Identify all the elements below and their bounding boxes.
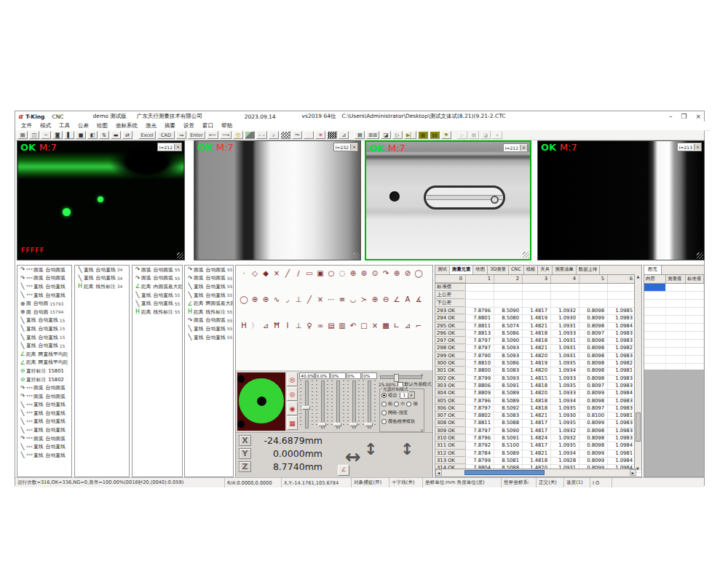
blank-button[interactable] (304, 131, 314, 139)
menu-item[interactable]: 激光 (146, 122, 157, 129)
camera-view-2[interactable]: OKM:7I=232▾ (194, 140, 361, 260)
column-header[interactable]: 2 (494, 275, 523, 283)
detail-row[interactable] (644, 300, 704, 308)
table-cell[interactable]: 7.8799 (466, 458, 494, 464)
tool-icon[interactable]: ⊥ (293, 321, 304, 331)
arrow-left-button[interactable]: ⟵ (207, 131, 218, 139)
table-cell[interactable]: 1.4817 (523, 308, 551, 314)
qr-button[interactable] (327, 131, 337, 139)
detail-cell[interactable] (666, 348, 686, 355)
table-cell[interactable]: 7.8799 (466, 375, 494, 382)
table-cell[interactable]: 1.4817 (523, 420, 551, 426)
y-axis-icon[interactable]: Y (239, 448, 251, 459)
list-item[interactable]: ╲***直线自动直线 (17, 409, 71, 418)
row-label[interactable]: 标准值 (435, 284, 466, 291)
level-radio-2[interactable] (394, 402, 399, 407)
star-button[interactable]: ✳ (315, 131, 325, 139)
table-cell[interactable]: 8.5100 (494, 442, 523, 449)
list-item[interactable]: ╲直线自动直线15 (17, 341, 71, 350)
detail-cell[interactable] (644, 308, 666, 315)
tool-icon[interactable]: ⊙ (370, 268, 380, 279)
table-cell[interactable]: 0.8098 (579, 345, 608, 351)
list-item[interactable]: ╲直线自动直线55 (185, 333, 233, 342)
table-cell[interactable]: 0.8098 (579, 353, 608, 359)
probe-button[interactable]: ◙ (52, 131, 63, 139)
table-cell[interactable] (551, 284, 579, 291)
table-cell[interactable]: 1.4824 (523, 435, 551, 442)
menu-item[interactable]: 摘要 (165, 122, 175, 129)
block-button[interactable]: ■ (76, 131, 86, 139)
table-cell[interactable]: 8.5074 (494, 323, 523, 330)
list-item[interactable]: ╲直线自动直线55 (185, 324, 233, 333)
table-cell[interactable] (466, 292, 494, 299)
tool-icon[interactable]: ◡ (348, 295, 358, 305)
row-label[interactable]: 293 OK (435, 308, 466, 314)
menu-item[interactable]: 模式 (40, 122, 51, 129)
table-cell[interactable]: 7.8800 (466, 367, 494, 374)
menu-item[interactable]: 工具 (59, 122, 70, 129)
gain-dropdown[interactable]: I=213▾ (677, 143, 702, 151)
table-cell[interactable]: 8.5089 (494, 390, 523, 396)
slider-thumb[interactable] (302, 406, 310, 410)
detail-cell[interactable] (666, 324, 686, 331)
detail-cell[interactable] (686, 300, 704, 307)
table-cell[interactable]: 1.0931 (551, 338, 579, 344)
table-cell[interactable]: 1.0983 (608, 353, 636, 359)
table-cell[interactable]: 7.8797 (466, 405, 494, 412)
list-item[interactable]: ↷圆弧自动圆弧55 (132, 274, 182, 283)
gain-dropdown[interactable]: I=232▾ (333, 143, 358, 151)
list-item[interactable]: ↷圆弧自动圆弧55 (185, 316, 233, 325)
table-cell[interactable]: 1.4818 (523, 458, 551, 464)
table-cell[interactable]: 1.4821 (523, 323, 551, 330)
slider-thumb[interactable] (318, 423, 326, 426)
list-item[interactable]: ╲***直线自动直线 (17, 451, 71, 460)
table-tab[interactable]: 测量元素 (450, 266, 474, 274)
table-cell[interactable]: 7.8784 (466, 450, 494, 457)
detail-cell[interactable] (666, 292, 686, 299)
tools-gray-button[interactable]: × (492, 131, 502, 139)
detail-cell[interactable] (686, 340, 704, 347)
curve-out-button[interactable]: ↝ (176, 131, 186, 139)
detail-cell[interactable] (686, 284, 704, 291)
detail-cell[interactable] (666, 284, 686, 291)
tool-icon[interactable]: ⊕ (348, 268, 358, 279)
tool-icon[interactable]: ⊥ (293, 295, 304, 305)
close-button[interactable]: × (695, 113, 701, 120)
light-channel-slider[interactable]: 0% (362, 372, 377, 431)
menu-item[interactable]: 公差 (78, 122, 89, 129)
table-cell[interactable]: 1.0933 (551, 375, 579, 382)
table-cell[interactable]: 8.5088 (494, 420, 523, 426)
table-tab[interactable]: 数据上传 (577, 266, 601, 274)
table-cell[interactable] (466, 284, 494, 291)
tool-icon[interactable]: ⊿ (261, 321, 271, 331)
table-cell[interactable]: 8.5093 (494, 375, 523, 382)
tool-icon[interactable]: ◌ (337, 268, 347, 279)
tool-icon[interactable]: ⋯ (326, 295, 336, 305)
detail-row[interactable] (644, 308, 704, 316)
table-cell[interactable]: 0.8100 (579, 412, 608, 419)
column-header[interactable]: 6 (608, 275, 636, 283)
tool-icon[interactable]: ♀ (304, 321, 314, 331)
table-cell[interactable]: 1.0983 (608, 435, 636, 442)
list-item[interactable]: ╲***直线自动直线 (17, 442, 71, 451)
save2-button[interactable]: ▤ (355, 131, 365, 139)
gain-dropdown[interactable]: I=212▾ (503, 143, 528, 152)
minimize-button[interactable]: – (669, 113, 673, 120)
light-bulb-button[interactable]: ⦿ (233, 131, 243, 139)
detail-cell[interactable] (666, 340, 686, 347)
table-cell[interactable]: 1.4818 (523, 330, 551, 337)
table-cell[interactable]: 0.8099 (579, 315, 608, 322)
detail-cell[interactable] (686, 316, 704, 323)
table-cell[interactable]: 1.0930 (551, 412, 579, 419)
column-button[interactable]: ▌ (64, 131, 74, 139)
table-cell[interactable]: 7.8811 (466, 420, 494, 426)
table-cell[interactable]: 1.0982 (608, 345, 636, 351)
table-cell[interactable] (608, 292, 636, 299)
table-cell[interactable]: 1.4821 (523, 345, 551, 351)
menu-item[interactable]: 文件 (21, 122, 32, 129)
table-cell[interactable]: 0.8098 (579, 367, 608, 374)
list-item[interactable]: ╲直线自动直线55 (132, 299, 182, 308)
table-cell[interactable]: 1.0935 (551, 383, 579, 389)
list-item[interactable]: ⊖直径标注15802 (17, 375, 71, 384)
list-item[interactable]: H距离线性标注55 (185, 308, 233, 316)
